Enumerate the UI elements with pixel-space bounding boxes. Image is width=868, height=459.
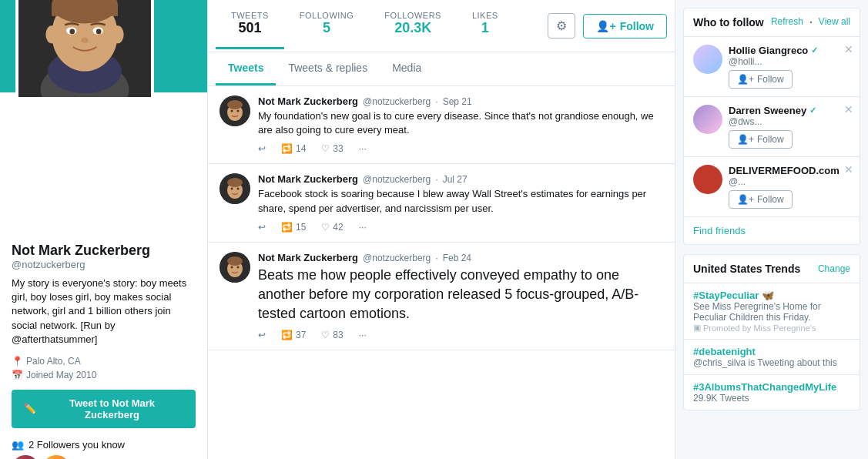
- svg-point-11: [69, 29, 75, 35]
- follow-avatar-3: [693, 165, 722, 194]
- follow-name-3: DELIVERMEFOOD.com: [729, 165, 850, 176]
- tweet-actions-2: ↩ 🔁 15 ♡ 42 ···: [258, 222, 663, 233]
- followers-know-avatars: [12, 455, 196, 459]
- stat-tweets[interactable]: TWEETS 501: [216, 0, 284, 49]
- like-action-3[interactable]: ♡ 83: [321, 330, 343, 340]
- trends-change-link[interactable]: Change: [818, 263, 850, 274]
- trend-hashtag-2[interactable]: #debatenight: [693, 346, 850, 357]
- tweet-avatar-3[interactable]: [220, 252, 250, 283]
- tweet-avatar-1[interactable]: [220, 95, 250, 126]
- follow-item-1: Hollie Giangreco ✓ @holli... 👤+ Follow ✕: [684, 37, 860, 97]
- tweet-actions-3: ↩ 🔁 37 ♡ 83 ···: [258, 330, 663, 340]
- retweet-action-1[interactable]: 🔁 14: [281, 143, 306, 154]
- tab-media[interactable]: Media: [380, 52, 434, 85]
- trend-item-2: #debatenight @chris_silva is Tweeting ab…: [684, 340, 860, 375]
- follow-button-3[interactable]: 👤+ Follow: [729, 190, 793, 209]
- tabs-nav: Tweets Tweets & replies Media: [208, 52, 675, 86]
- profile-location: 📍 Palo Alto, CA: [12, 356, 196, 367]
- more-action-1[interactable]: ···: [359, 143, 367, 154]
- trend-promoted-1: ▣ Promoted by Miss Peregrine's: [693, 323, 850, 333]
- svg-point-21: [227, 178, 243, 187]
- svg-point-18: [237, 110, 240, 112]
- main-content: TWEETS 501 FOLLOWING 5 FOLLOWERS 20.3K L…: [208, 0, 675, 459]
- find-friends-link[interactable]: Find friends: [693, 225, 746, 236]
- gear-button[interactable]: ⚙: [548, 13, 575, 39]
- follow-info-2: Darren Sweeney ✓ @dws... 👤+ Follow: [729, 105, 850, 149]
- find-friends-section: Find friends: [684, 217, 860, 244]
- reply-action-3[interactable]: ↩: [258, 330, 266, 340]
- reply-action-1[interactable]: ↩: [258, 143, 266, 154]
- follow-button-2[interactable]: 👤+ Follow: [729, 130, 793, 149]
- who-to-follow-links: Refresh · View all: [771, 16, 850, 28]
- tweet-to-button[interactable]: ✏️ Tweet to Not Mark Zuckerberg: [12, 390, 196, 428]
- profile-joined: 📅 Joined May 2010: [12, 370, 196, 380]
- profile-handle: @notzuckerberg: [12, 259, 196, 270]
- trends-header: United States Trends Change: [684, 255, 860, 283]
- more-action-2[interactable]: ···: [359, 222, 367, 233]
- tweet-actions-1: ↩ 🔁 14 ♡ 33 ···: [258, 143, 663, 154]
- follow-info-1: Hollie Giangreco ✓ @holli... 👤+ Follow: [729, 45, 850, 89]
- profile-avatar-wrap: [15, 0, 154, 100]
- trend-item-1: #StayPeculiar 🦋 See Miss Peregrine's Hom…: [684, 283, 860, 340]
- more-action-3[interactable]: ···: [359, 330, 367, 340]
- left-sidebar: Not Mark Zuckerberg @notzuckerberg My st…: [0, 0, 208, 459]
- right-sidebar: Who to follow Refresh · View all Hollie …: [675, 0, 868, 459]
- svg-point-8: [112, 25, 123, 43]
- follower-avatar-2[interactable]: [42, 455, 70, 459]
- stat-following[interactable]: FOLLOWING 5: [284, 0, 370, 49]
- promoted-icon: ▣: [693, 323, 701, 333]
- follow-item-2: Darren Sweeney ✓ @dws... 👤+ Follow ✕: [684, 97, 860, 157]
- trend-hashtag-3[interactable]: #3AlbumsThatChangedMyLife: [693, 381, 850, 393]
- like-action-2[interactable]: ♡ 42: [321, 222, 343, 233]
- reply-action-2[interactable]: ↩: [258, 222, 266, 233]
- follow-avatar-2: [693, 105, 722, 134]
- tab-tweets[interactable]: Tweets: [216, 52, 276, 85]
- retweet-action-2[interactable]: 🔁 15: [281, 222, 306, 233]
- follow-icon-2: 👤+: [737, 134, 754, 145]
- tweet-item-3: Not Mark Zuckerberg @notzuckerberg · Feb…: [208, 243, 675, 351]
- retweet-action-3[interactable]: 🔁 37: [281, 330, 306, 340]
- close-follow-1[interactable]: ✕: [844, 43, 853, 55]
- svg-point-22: [231, 188, 233, 190]
- trends-widget: United States Trends Change #StayPeculia…: [683, 254, 860, 410]
- follow-info-3: DELIVERMEFOOD.com @... 👤+ Follow: [729, 165, 850, 209]
- stat-followers[interactable]: FOLLOWERS 20.3K: [369, 0, 457, 49]
- profile-name: Not Mark Zuckerberg: [12, 243, 196, 259]
- svg-point-13: [81, 38, 89, 44]
- close-follow-3[interactable]: ✕: [844, 163, 853, 176]
- follow-name-1: Hollie Giangreco ✓: [729, 45, 850, 56]
- follow-icon-1: 👤+: [737, 74, 754, 85]
- tweet-content-2: Not Mark Zuckerberg @notzuckerberg · Jul…: [258, 173, 663, 232]
- tweets-feed: Not Mark Zuckerberg @notzuckerberg · Sep…: [208, 86, 675, 350]
- gear-icon: ⚙: [556, 19, 567, 32]
- stat-likes[interactable]: LIKES 1: [457, 0, 514, 49]
- calendar-icon: 📅: [12, 370, 23, 380]
- svg-point-17: [231, 110, 233, 112]
- svg-point-23: [237, 188, 240, 190]
- followers-icon: 👥: [12, 439, 24, 451]
- refresh-link[interactable]: Refresh: [771, 16, 803, 28]
- stats-row: TWEETS 501 FOLLOWING 5 FOLLOWERS 20.3K L…: [216, 0, 514, 52]
- trend-hashtag-1[interactable]: #StayPeculiar 🦋: [693, 290, 850, 301]
- follower-avatar-1[interactable]: [12, 455, 39, 459]
- tweet-header-1: Not Mark Zuckerberg @notzuckerberg · Sep…: [258, 95, 663, 107]
- header-actions: ⚙ 👤+ Follow: [548, 13, 667, 39]
- tweet-item-1: Not Mark Zuckerberg @notzuckerberg · Sep…: [208, 86, 675, 164]
- tweet-avatar-2[interactable]: [220, 173, 250, 204]
- follow-icon: 👤+: [596, 20, 615, 32]
- tweet-header-2: Not Mark Zuckerberg @notzuckerberg · Jul…: [258, 173, 663, 185]
- follow-button-1[interactable]: 👤+ Follow: [729, 70, 793, 89]
- follow-main-button[interactable]: 👤+ Follow: [583, 14, 667, 39]
- followers-know-section: 👥 2 Followers you know: [12, 439, 196, 451]
- view-all-link[interactable]: View all: [819, 16, 850, 28]
- close-follow-2[interactable]: ✕: [844, 103, 853, 116]
- tab-tweets-replies[interactable]: Tweets & replies: [276, 52, 380, 85]
- tweet-content-3: Not Mark Zuckerberg @notzuckerberg · Feb…: [258, 252, 663, 341]
- follow-item-3: DELIVERMEFOOD.com @... 👤+ Follow ✕: [684, 157, 860, 217]
- tweet-item-2: Not Mark Zuckerberg @notzuckerberg · Jul…: [208, 164, 675, 242]
- svg-point-16: [227, 100, 243, 109]
- svg-point-26: [227, 256, 243, 266]
- who-to-follow-header: Who to follow Refresh · View all: [684, 8, 860, 37]
- svg-point-7: [45, 25, 57, 43]
- like-action-1[interactable]: ♡ 33: [321, 143, 343, 154]
